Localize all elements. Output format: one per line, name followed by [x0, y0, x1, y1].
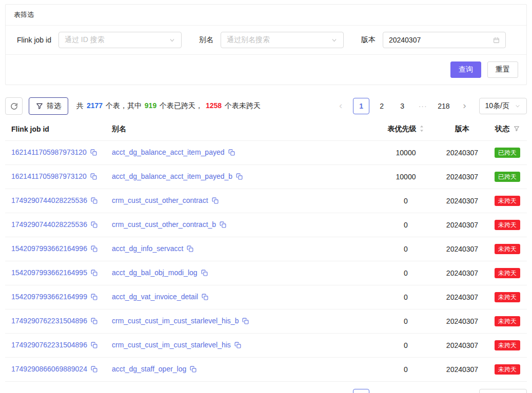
- column-header-version: 版本: [437, 118, 488, 141]
- version-label: 版本: [361, 35, 376, 45]
- page-size-select[interactable]: 10条/页: [479, 389, 527, 393]
- version-date-input[interactable]: 20240307: [383, 32, 506, 48]
- flink-job-id-link[interactable]: 1542097993662164995: [11, 268, 87, 277]
- copy-icon[interactable]: [190, 366, 196, 374]
- flink-job-id-link[interactable]: 1542097993662164996: [11, 244, 87, 253]
- prev-page-button[interactable]: ‹: [332, 389, 349, 393]
- copy-icon[interactable]: [91, 270, 97, 278]
- copy-icon[interactable]: [228, 149, 235, 157]
- status-cell: 未跨天: [488, 309, 527, 334]
- version-cell: 20240307: [437, 358, 488, 382]
- query-button[interactable]: 查询: [450, 61, 481, 78]
- page-number-button[interactable]: 3: [394, 98, 410, 114]
- status-cell: 未跨天: [488, 213, 527, 237]
- alias-link[interactable]: acct_dg_bal_obj_modi_log: [112, 268, 198, 277]
- status-cell: 未跨天: [488, 358, 527, 382]
- copy-icon[interactable]: [91, 294, 97, 302]
- page-number-button[interactable]: 2: [373, 98, 390, 114]
- funnel-icon: [36, 102, 43, 110]
- column-header-priority[interactable]: 表优先级: [375, 118, 437, 141]
- uncrossed-count: 1258: [206, 101, 222, 110]
- alias-link[interactable]: crm_cust_cust_im_cust_starlevel_his: [112, 341, 231, 349]
- page-number-button[interactable]: 218: [435, 389, 452, 393]
- table-row: 1749290744028225536 crm_cust_cust_other_…: [5, 213, 527, 237]
- status-cell: 已跨天: [488, 141, 527, 165]
- copy-icon[interactable]: [201, 270, 208, 278]
- version-cell: 20240307: [437, 334, 488, 358]
- priority-cell: 0: [375, 213, 437, 237]
- priority-cell: 0: [375, 334, 437, 358]
- copy-icon[interactable]: [91, 221, 97, 230]
- prev-page-button[interactable]: ‹: [332, 98, 349, 114]
- table-row: 1621411705987973120 acct_dg_balance_acct…: [5, 141, 527, 165]
- version-cell: 20240307: [437, 141, 488, 165]
- alias-link[interactable]: crm_cust_cust_im_cust_starlevel_his_b: [112, 317, 239, 325]
- copy-icon[interactable]: [91, 197, 97, 205]
- copy-icon[interactable]: [90, 173, 97, 181]
- table-toolbar: 筛选 共 2177 个表，其中 919 个表已跨天， 1258 个表未跨天 ‹ …: [5, 97, 527, 115]
- flink-job-id-link[interactable]: 1621411705987973120: [11, 148, 87, 156]
- flink-job-id-select[interactable]: 通过 ID 搜索: [58, 32, 182, 48]
- column-header-status-label: 状态: [495, 125, 509, 133]
- status-badge: 未跨天: [495, 316, 520, 326]
- copy-icon[interactable]: [91, 342, 97, 350]
- copy-icon[interactable]: [236, 173, 243, 181]
- column-filter-icon[interactable]: [514, 125, 520, 133]
- flink-job-id-link[interactable]: 1749290762231504896: [11, 341, 87, 349]
- refresh-button[interactable]: [5, 97, 23, 115]
- page-number-button[interactable]: 1: [353, 389, 369, 393]
- flink-job-id-link[interactable]: 1621411705987973120: [11, 172, 87, 180]
- next-page-button[interactable]: ›: [457, 98, 473, 114]
- copy-icon[interactable]: [91, 318, 97, 326]
- page-number-button[interactable]: ···: [415, 98, 431, 114]
- calendar-icon: [493, 37, 500, 44]
- status-cell: 未跨天: [488, 285, 527, 309]
- priority-cell: 0: [375, 189, 437, 213]
- page-number-button[interactable]: 218: [435, 98, 452, 114]
- copy-icon[interactable]: [90, 149, 97, 157]
- chevron-down-icon: [169, 37, 175, 44]
- alias-cell: acct_dg_info_servacct: [106, 237, 375, 261]
- sorter-icon[interactable]: [419, 125, 424, 134]
- column-header-alias: 别名: [106, 118, 375, 141]
- copy-icon[interactable]: [187, 245, 193, 254]
- next-page-button[interactable]: ›: [457, 389, 473, 393]
- crossed-count: 919: [145, 101, 156, 110]
- alias-link[interactable]: crm_cust_cust_other_contract_b: [112, 220, 216, 229]
- copy-icon[interactable]: [220, 221, 226, 230]
- page-size-select[interactable]: 10条/页: [479, 98, 527, 114]
- copy-icon[interactable]: [234, 342, 241, 350]
- flink-job-id-link[interactable]: 1749290744028225536: [11, 196, 87, 204]
- alias-link[interactable]: acct_dg_info_servacct: [112, 244, 183, 253]
- priority-cell: 10000: [375, 141, 437, 165]
- alias-link[interactable]: crm_cust_cust_other_contract: [112, 196, 208, 204]
- flink-job-id-cell: 1749290762231504896: [5, 309, 106, 334]
- reset-button[interactable]: 重置: [487, 61, 518, 78]
- flink-job-id-link[interactable]: 1749290866069889024: [11, 365, 87, 373]
- alias-link[interactable]: acct_dg_staff_oper_log: [112, 365, 186, 373]
- page-number-button[interactable]: 2: [373, 389, 390, 393]
- flink-job-id-link[interactable]: 1749290762231504896: [11, 317, 87, 325]
- alias-link[interactable]: acct_dg_balance_acct_item_payed_b: [112, 172, 232, 180]
- copy-icon[interactable]: [242, 318, 249, 326]
- flink-job-id-link[interactable]: 1749290744028225536: [11, 220, 87, 229]
- column-header-status[interactable]: 状态: [488, 118, 527, 141]
- alias-select[interactable]: 通过别名搜索: [221, 32, 344, 48]
- copy-icon[interactable]: [202, 294, 208, 302]
- page-number-button[interactable]: 3: [394, 389, 410, 393]
- version-cell: 20240307: [437, 165, 488, 189]
- filter-actions: 查询 重置: [6, 55, 526, 85]
- flink-job-id-link[interactable]: 1542097993662164999: [11, 293, 87, 301]
- filter-card: 表筛选 Flink job id 通过 ID 搜索 别名 通过别名搜索 版本 2…: [5, 4, 527, 85]
- pagination-top: ‹ 1 2 3 ··· 218 › 10条/页: [332, 98, 527, 114]
- page-number-button[interactable]: ···: [415, 389, 431, 393]
- copy-icon[interactable]: [91, 366, 97, 374]
- filter-button[interactable]: 筛选: [29, 97, 68, 115]
- alias-link[interactable]: acct_dg_vat_invoice_detail: [112, 293, 198, 301]
- alias-link[interactable]: acct_dg_balance_acct_item_payed: [112, 148, 225, 156]
- alias-cell: acct_dg_balance_acct_item_payed_b: [106, 165, 375, 189]
- page-number-button[interactable]: 1: [353, 98, 369, 114]
- copy-icon[interactable]: [91, 245, 97, 254]
- status-badge: 未跨天: [495, 244, 520, 254]
- copy-icon[interactable]: [212, 197, 219, 205]
